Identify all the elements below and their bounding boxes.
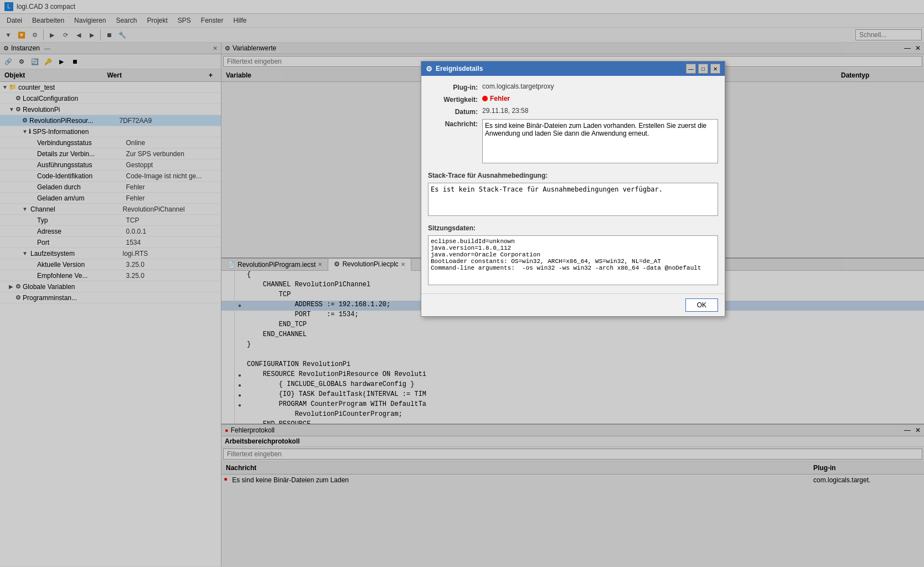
modal-nachricht-label: Nachricht: <box>428 119 478 128</box>
modal-nachricht-textarea[interactable] <box>482 119 718 163</box>
modal-footer: OK <box>421 293 725 316</box>
ereignisdetails-dialog: ⚙ Ereignisdetails — □ ✕ Plug-in: com.log… <box>421 61 725 317</box>
modal-datum-label: Datum: <box>428 107 478 116</box>
modal-error-badge: Fehler <box>482 95 510 102</box>
modal-session-wrapper <box>428 235 718 287</box>
modal-maximize-btn[interactable]: □ <box>698 64 708 74</box>
modal-plugin-label: Plug-in: <box>428 83 478 91</box>
modal-stack-label: Stack-Trace für Ausnahmebedingung: <box>428 172 718 179</box>
modal-controls: — □ ✕ <box>686 64 720 74</box>
modal-stack-wrapper <box>428 183 718 218</box>
modal-ok-button[interactable]: OK <box>685 298 718 312</box>
modal-body: Plug-in: com.logicals.targetproxy Wertig… <box>421 76 725 293</box>
modal-wertigkeit-label: Wertigkeit: <box>428 95 478 104</box>
modal-stack-textarea[interactable] <box>428 183 718 216</box>
modal-minimize-btn[interactable]: — <box>686 64 696 74</box>
modal-titlebar: ⚙ Ereignisdetails — □ ✕ <box>421 61 725 76</box>
modal-session-label: Sitzungsdaten: <box>428 224 718 232</box>
modal-wertigkeit-value: Fehler <box>482 95 718 103</box>
modal-plugin-value: com.logicals.targetproxy <box>482 83 718 90</box>
modal-error-dot <box>482 96 488 101</box>
modal-nachricht-wrapper <box>482 119 718 165</box>
modal-title-icon: ⚙ <box>426 65 432 73</box>
modal-error-text: Fehler <box>490 95 510 102</box>
modal-title: Ereignisdetails <box>436 65 483 73</box>
modal-session-textarea[interactable] <box>428 235 718 285</box>
modal-close-btn[interactable]: ✕ <box>710 64 720 74</box>
modal-datum-value: 29.11.18, 23:58 <box>482 107 718 115</box>
